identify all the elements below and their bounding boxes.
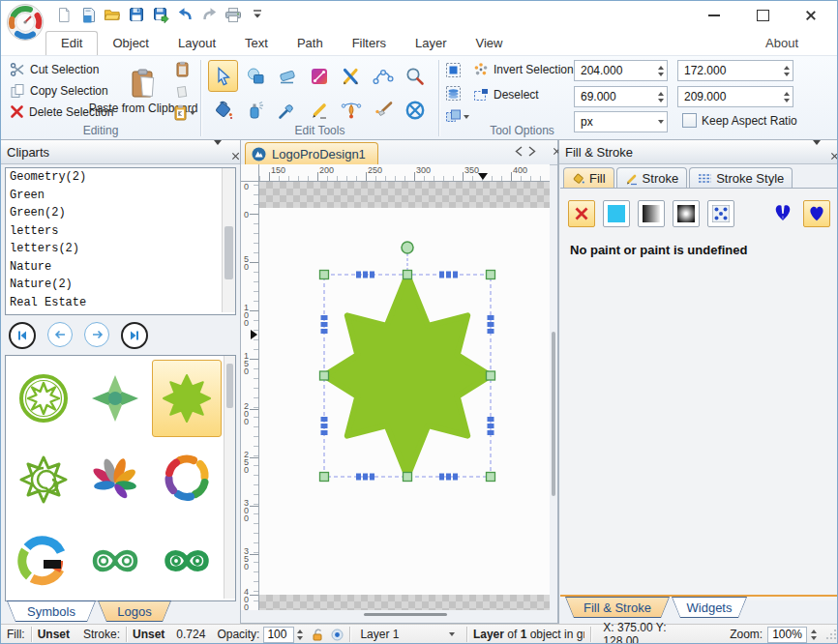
- status-stroke-value[interactable]: Unset: [133, 628, 165, 641]
- copy-selection-button[interactable]: Copy Selection: [7, 82, 111, 100]
- redo-icon[interactable]: [200, 6, 218, 23]
- clipart-thumb-four-petal-flower[interactable]: [80, 360, 150, 437]
- clipart-thumb-eight-point-star[interactable]: [152, 360, 222, 437]
- tool-crossed-pencils[interactable]: [336, 60, 366, 92]
- list-item[interactable]: Green: [6, 187, 235, 205]
- tab-layer[interactable]: Layer: [401, 32, 462, 55]
- paste-icon[interactable]: [175, 61, 190, 77]
- clipart-thumb-color-leaves[interactable]: [80, 441, 150, 518]
- panel-menu-button[interactable]: [207, 145, 228, 160]
- tab-logos[interactable]: Logos: [98, 600, 171, 622]
- fill-rule-even-odd-button[interactable]: [770, 200, 795, 225]
- list-item[interactable]: letters(2): [6, 240, 235, 258]
- invert-selection-button[interactable]: Invert Selection: [470, 61, 577, 78]
- print-icon[interactable]: [224, 6, 242, 23]
- no-paint-button[interactable]: [568, 200, 595, 227]
- paste-from-clipboard-button[interactable]: Paste from Clipboard: [115, 59, 171, 125]
- clipart-thumb-infinity-knot[interactable]: [80, 522, 150, 600]
- visibility-icon[interactable]: [331, 629, 344, 641]
- list-item[interactable]: Nature: [6, 258, 235, 277]
- tool-color-picker[interactable]: [272, 94, 302, 126]
- tab-fill[interactable]: Fill: [563, 167, 614, 189]
- scrollbar-thumb[interactable]: [226, 364, 233, 408]
- deselect-button[interactable]: Deselect: [470, 86, 542, 103]
- undo-icon[interactable]: [176, 6, 194, 23]
- tool-node-editor[interactable]: [368, 60, 398, 92]
- tab-symbols[interactable]: Symbols: [7, 600, 96, 622]
- clipart-thumb-hands-circle[interactable]: [152, 441, 222, 518]
- zoom-spinner[interactable]: [807, 628, 820, 642]
- list-item[interactable]: Nature(2): [6, 276, 235, 294]
- tab-edit[interactable]: Edit: [45, 31, 98, 55]
- new-document-icon[interactable]: [55, 6, 73, 23]
- tab-layout[interactable]: Layout: [164, 32, 230, 55]
- tab-widgets[interactable]: Widgets: [672, 597, 747, 618]
- tool-spray[interactable]: [240, 94, 270, 126]
- resize-grip[interactable]: [825, 629, 837, 640]
- list-item[interactable]: Geometry(2): [6, 168, 235, 187]
- first-page-button[interactable]: [9, 322, 36, 349]
- tab-view[interactable]: View: [462, 32, 518, 55]
- tab-stroke-style[interactable]: Stroke Style: [689, 167, 793, 189]
- opacity-input[interactable]: 100: [263, 627, 293, 643]
- fill-rule-nonzero-button[interactable]: [803, 200, 830, 227]
- clipart-thumb-infinity-knot-2[interactable]: [152, 522, 222, 600]
- canvas-vscrollbar[interactable]: [550, 182, 557, 610]
- tool-gradient[interactable]: [304, 60, 334, 92]
- clipart-category-list[interactable]: Geometry(2) Green Green(2) letters lette…: [5, 167, 236, 315]
- spinner-icon[interactable]: [654, 92, 667, 102]
- pattern-button[interactable]: [707, 200, 734, 227]
- canvas-viewport[interactable]: [259, 182, 550, 610]
- next-page-button[interactable]: [84, 322, 109, 347]
- prev-page-button[interactable]: [47, 322, 73, 347]
- height-field[interactable]: 209.000: [677, 86, 793, 107]
- spinner-icon[interactable]: [654, 66, 667, 76]
- prev-document-button[interactable]: [515, 146, 523, 157]
- radial-gradient-button[interactable]: [673, 200, 700, 227]
- paste-special-icon[interactable]: [175, 84, 190, 99]
- minimize-button[interactable]: [698, 5, 731, 26]
- canvas-drawing[interactable]: [259, 182, 550, 610]
- flat-color-button[interactable]: [603, 200, 630, 227]
- panel-menu-button[interactable]: [806, 145, 827, 160]
- clipart-grid-scrollbar[interactable]: [224, 356, 235, 599]
- tab-path[interactable]: Path: [283, 32, 338, 55]
- keep-aspect-ratio-checkbox[interactable]: Keep Aspect Ratio: [679, 112, 800, 129]
- tool-shape-select[interactable]: [240, 60, 270, 92]
- select-group-button[interactable]: [445, 108, 469, 125]
- opacity-spinner[interactable]: [294, 628, 307, 642]
- next-document-button[interactable]: [528, 146, 536, 157]
- app-logo-icon[interactable]: [6, 3, 45, 42]
- status-fill-value[interactable]: Unset: [38, 628, 70, 641]
- last-page-button[interactable]: [121, 322, 148, 349]
- save-icon[interactable]: [128, 6, 145, 23]
- ruler-corner[interactable]: [241, 164, 259, 182]
- clipart-thumb-swirl-star[interactable]: [9, 441, 78, 518]
- new-from-template-icon[interactable]: [79, 6, 97, 23]
- tool-paintbrush[interactable]: [368, 94, 398, 126]
- open-icon[interactable]: [104, 6, 121, 23]
- clipart-thumb-circle-star-logo[interactable]: [9, 360, 78, 437]
- toolbar-options-icon[interactable]: [249, 6, 266, 23]
- paste-options-button[interactable]: [173, 104, 195, 121]
- tab-stroke[interactable]: Stroke: [616, 167, 688, 189]
- tool-pencil[interactable]: [304, 94, 334, 126]
- zoom-input[interactable]: 100%: [767, 627, 807, 643]
- tool-bezier-pen[interactable]: [336, 94, 366, 126]
- list-item[interactable]: Green(2): [6, 204, 235, 222]
- spinner-icon[interactable]: [780, 66, 793, 76]
- tool-zoom[interactable]: [400, 60, 430, 92]
- lock-icon[interactable]: [311, 628, 325, 642]
- linear-gradient-button[interactable]: [638, 200, 665, 227]
- tool-paint-bucket[interactable]: [208, 94, 238, 126]
- scrollbar-thumb[interactable]: [364, 613, 447, 616]
- tab-fill-stroke-bottom[interactable]: Fill & Stroke: [565, 597, 670, 618]
- list-item[interactable]: Real Estate: [6, 294, 235, 312]
- tool-select-arrow[interactable]: [208, 60, 238, 92]
- scrollbar-thumb[interactable]: [224, 226, 233, 279]
- menu-about[interactable]: About: [751, 32, 837, 55]
- category-list-scrollbar[interactable]: [222, 168, 235, 312]
- clipart-thumb-letter-g-color[interactable]: [9, 522, 78, 600]
- x-position-field[interactable]: 204.000: [574, 60, 668, 81]
- close-button[interactable]: [794, 5, 827, 26]
